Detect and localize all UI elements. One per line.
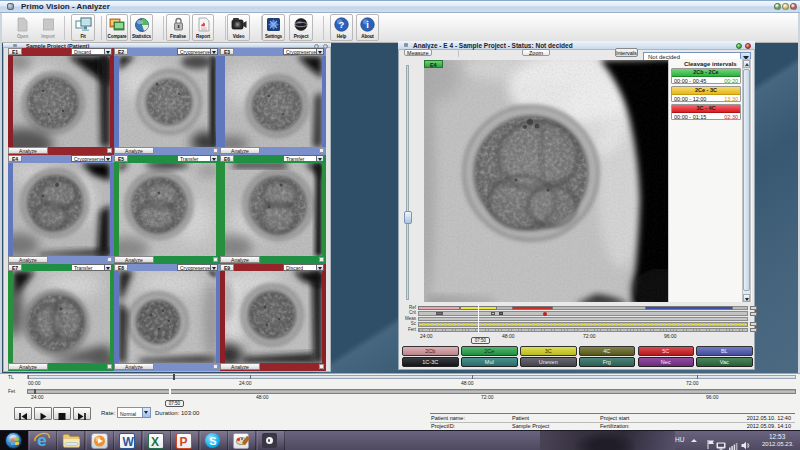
svg-text:i: i bbox=[366, 19, 369, 30]
svg-text:?: ? bbox=[339, 19, 345, 30]
